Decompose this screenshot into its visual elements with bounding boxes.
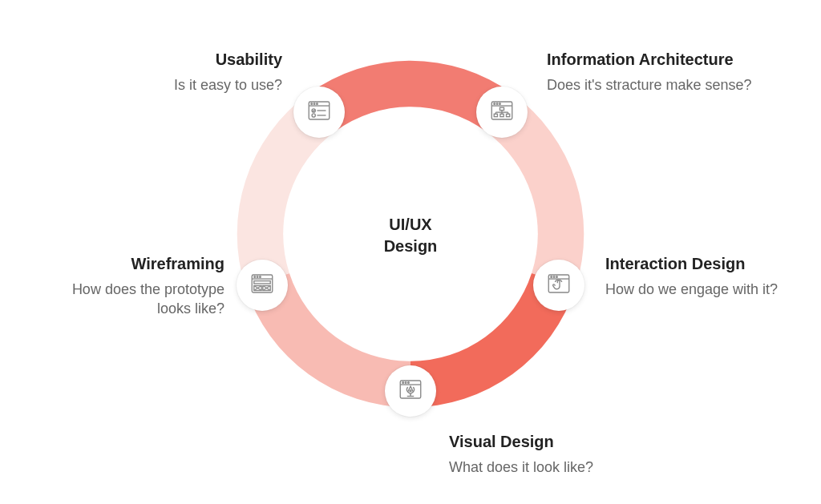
svg-point-25 <box>551 276 552 278</box>
title-wireframing: Wireframing <box>56 255 224 273</box>
svg-rect-20 <box>494 114 497 116</box>
title-info-arch: Information Architecture <box>547 50 755 69</box>
label-visual: Visual Design What does it look like? <box>449 433 657 477</box>
desc-wireframing: How does the prototype looks like? <box>56 280 224 319</box>
pen-window-icon <box>397 376 424 406</box>
svg-point-27 <box>556 276 558 278</box>
node-visual <box>385 365 436 417</box>
svg-point-33 <box>410 390 411 392</box>
desc-visual: What does it look like? <box>449 458 657 477</box>
center-label: UI/UX Design <box>384 214 438 257</box>
label-wireframing: Wireframing How does the prototype looks… <box>56 255 224 319</box>
svg-point-2 <box>311 103 313 105</box>
svg-point-7 <box>312 114 315 117</box>
svg-point-38 <box>254 276 256 278</box>
wireframe-window-icon <box>249 270 276 300</box>
title-visual: Visual Design <box>449 433 657 451</box>
label-interaction: Interaction Design How do we engage with… <box>605 255 782 299</box>
svg-point-13 <box>499 103 501 105</box>
touch-window-icon <box>545 270 572 300</box>
svg-point-26 <box>553 276 555 278</box>
node-info-arch <box>476 87 528 138</box>
desc-usability: Is it easy to use? <box>96 75 282 95</box>
svg-point-30 <box>402 382 404 384</box>
center-line1: UI/UX <box>384 214 438 236</box>
svg-point-32 <box>408 382 410 384</box>
center-line2: Design <box>384 236 438 257</box>
node-wireframing <box>237 260 288 311</box>
svg-point-39 <box>257 276 258 278</box>
svg-rect-21 <box>500 114 504 116</box>
svg-point-11 <box>494 103 495 105</box>
svg-point-40 <box>260 276 261 278</box>
title-interaction: Interaction Design <box>605 255 782 273</box>
svg-rect-14 <box>499 107 504 110</box>
svg-point-12 <box>496 103 498 105</box>
sitemap-window-icon <box>488 97 516 127</box>
svg-rect-22 <box>507 114 510 116</box>
label-usability: Usability Is it easy to use? <box>96 50 282 95</box>
svg-point-31 <box>405 382 406 384</box>
checklist-window-icon <box>305 97 333 127</box>
label-info-arch: Information Architecture Does it's strac… <box>547 50 755 95</box>
svg-point-3 <box>313 103 315 105</box>
desc-interaction: How do we engage with it? <box>605 280 782 299</box>
node-usability <box>293 87 345 138</box>
node-interaction <box>533 260 584 311</box>
title-usability: Usability <box>96 50 282 69</box>
desc-info-arch: Does it's stracture make sense? <box>547 75 755 95</box>
svg-point-4 <box>317 103 318 105</box>
svg-rect-41 <box>254 281 270 284</box>
